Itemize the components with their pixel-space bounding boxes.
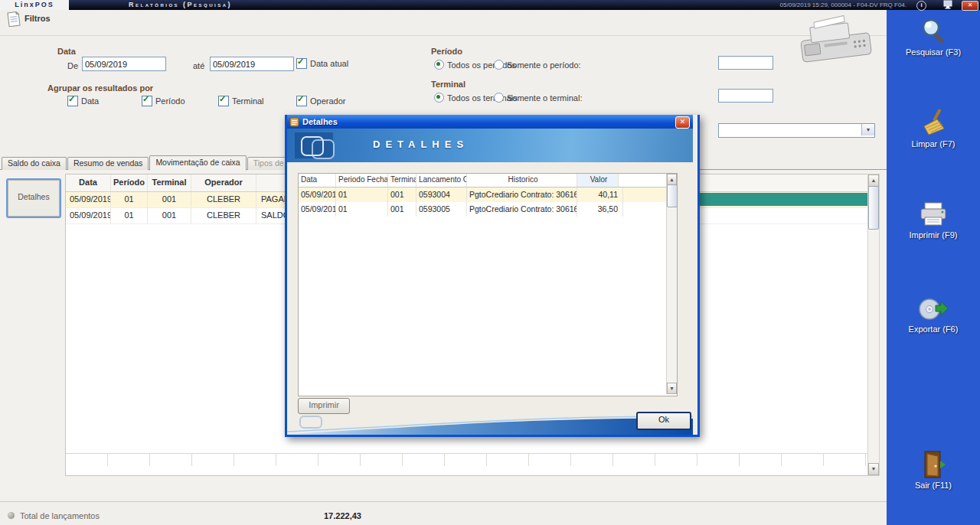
column-header[interactable]: Data xyxy=(299,174,336,187)
desktop-icon-exportar[interactable]: Exportar (F6) xyxy=(887,295,980,334)
row-highlight-strip xyxy=(696,193,868,206)
filters-header: Filtros xyxy=(24,14,51,23)
checkbox-agrupar-operador[interactable]: ✓ Operador xyxy=(296,96,345,106)
ok-button[interactable]: Ok xyxy=(636,412,691,430)
dialog-titlebar[interactable]: Detalhes ✕ xyxy=(287,115,693,129)
radio-label: Somente o terminal: xyxy=(507,93,582,103)
main-table-scrollbar[interactable]: ▲ ▼ xyxy=(867,174,880,476)
table-row[interactable]: 05/09/2019 01 001 0593004 PgtoCrediario … xyxy=(299,188,677,202)
cell-terminal: 001 xyxy=(388,202,416,217)
column-header[interactable]: Data xyxy=(66,174,111,191)
total-lancamentos-label: Total de lançamentos xyxy=(20,511,100,520)
info-icon[interactable]: i xyxy=(916,1,926,11)
scroll-down-icon[interactable]: ▼ xyxy=(667,383,677,394)
checkbox-agrupar-periodo[interactable]: ✓ Período xyxy=(142,96,185,106)
titlebar-status-text: 05/09/2019 15:29, 000004 - F04-DV FRQ F0… xyxy=(780,0,906,10)
tab-resumo-de-vendas[interactable]: Resumo de vendas xyxy=(67,157,149,170)
cell-data: 05/09/2019 xyxy=(66,208,111,223)
checkbox-agrupar-data[interactable]: ✓ Data xyxy=(67,96,99,106)
scroll-up-icon[interactable]: ▲ xyxy=(868,174,879,187)
column-header[interactable]: ↔Valor xyxy=(577,174,619,187)
periodo-section-label: Período xyxy=(431,47,462,56)
detalhes-table-scrollbar[interactable]: ▲ ▼ xyxy=(666,174,677,394)
ate-label: até xyxy=(193,61,204,70)
filter-combobox[interactable]: ▼ xyxy=(718,123,875,138)
desktop-icon-imprimir[interactable]: Imprimir (F9) xyxy=(887,201,980,240)
desktop-icon-sair[interactable]: Sair (F11) xyxy=(887,450,980,490)
cell-lancamento-caixa: 0593004 xyxy=(416,188,467,202)
checkbox-icon: ✓ xyxy=(296,58,307,69)
periodo-value-input[interactable] xyxy=(718,56,773,70)
checkbox-icon: ✓ xyxy=(218,96,229,106)
column-header[interactable]: Terminal xyxy=(388,174,416,187)
dialog-icon xyxy=(289,117,299,127)
fax-machine-image xyxy=(789,12,882,69)
date-from-input[interactable] xyxy=(82,57,166,71)
radio-somente-terminal[interactable]: Somente o terminal: xyxy=(494,93,582,103)
tab-movimentacao-de-caixa[interactable]: Movimentação de caixa xyxy=(149,155,246,171)
detalhes-table: Data Periodo Fechamento Terminal Lancame… xyxy=(298,173,678,396)
cell-data: 05/09/2019 xyxy=(299,202,336,217)
date-to-input[interactable] xyxy=(210,57,294,71)
desktop-icon-limpar[interactable]: Limpar (F7) xyxy=(887,109,980,148)
printer-icon xyxy=(917,201,949,229)
checkbox-icon: ✓ xyxy=(142,96,152,106)
cell-operador: CLEBER xyxy=(191,208,256,223)
table-footer-grid xyxy=(66,453,868,466)
imprimir-button[interactable]: Imprimir xyxy=(298,398,350,414)
column-header[interactable]: Período xyxy=(111,174,148,191)
detalhes-button[interactable]: Detalhes xyxy=(6,178,61,218)
checkbox-label: Período xyxy=(155,96,185,106)
banner-deco-icon xyxy=(299,416,322,429)
statusbar: Total de lançamentos 17.222,43 xyxy=(0,501,887,525)
terminal-value-input[interactable] xyxy=(718,89,773,103)
cell-historico: PgtoCrediario Contrato: 306166/1 R$ 40.1… xyxy=(467,188,577,202)
close-icon[interactable]: ✕ xyxy=(962,1,978,11)
scrollbar-thumb[interactable] xyxy=(868,186,879,230)
checkbox-agrupar-terminal[interactable]: ✓ Terminal xyxy=(218,96,264,106)
column-header[interactable]: Lancamento Caixa xyxy=(416,174,467,187)
radio-icon xyxy=(434,93,444,103)
desktop-icon-label: Exportar (F6) xyxy=(887,324,980,334)
column-header[interactable]: Operador xyxy=(191,174,256,191)
checkbox-label: Terminal xyxy=(232,96,264,106)
cell-terminal: 001 xyxy=(388,188,416,202)
cell-data: 05/09/2019 xyxy=(299,188,336,202)
app-titlebar: LinxPOS Relatórios (Pesquisa) 05/09/2019… xyxy=(0,0,980,10)
cell-operador: CLEBER xyxy=(191,192,256,207)
dialog-title: Detalhes xyxy=(302,117,338,126)
column-header[interactable]: Terminal xyxy=(148,174,191,191)
scroll-down-icon[interactable]: ▼ xyxy=(868,463,879,475)
agrupar-section-label: Agrupar os resultados por xyxy=(47,83,153,93)
cell-terminal: 001 xyxy=(148,208,191,223)
filters-icon xyxy=(7,11,21,27)
column-header[interactable]: Historico xyxy=(467,174,577,187)
terminal-section-label: Terminal xyxy=(431,80,466,89)
app-title: Relatórios (Pesquisa) xyxy=(129,0,232,10)
tab-saldo-do-caixa[interactable]: Saldo do caixa xyxy=(2,157,67,170)
magnifier-icon xyxy=(918,17,949,46)
detalhes-dialog: Detalhes ✕ DETALHES Data Periodo Fechame… xyxy=(285,115,700,437)
cell-data: 05/09/2019 xyxy=(66,192,111,207)
table-row[interactable]: 05/09/2019 01 001 0593005 PgtoCrediario … xyxy=(299,202,677,217)
column-resize-icon: ↔ xyxy=(577,174,578,187)
cell-periodo-fechamento: 01 xyxy=(336,188,388,202)
data-section-label: Data xyxy=(57,47,76,56)
computer-icon[interactable] xyxy=(943,0,954,9)
chevron-down-icon[interactable]: ▼ xyxy=(861,124,874,135)
bullet-icon xyxy=(8,512,15,519)
cell-historico: PgtoCrediario Contrato: 306167/1 R$ 36.5… xyxy=(467,202,577,217)
cell-periodo: 01 xyxy=(111,208,148,223)
column-header[interactable]: Periodo Fechamento xyxy=(336,174,388,187)
cell-terminal: 001 xyxy=(148,192,191,207)
radio-somente-periodo[interactable]: Somente o período: xyxy=(494,60,581,70)
scrollbar-thumb[interactable] xyxy=(667,184,678,207)
scroll-up-icon[interactable]: ▲ xyxy=(667,174,677,185)
desktop-icon-pesquisar[interactable]: Pesquisar (F3) xyxy=(887,17,980,57)
cell-periodo-fechamento: 01 xyxy=(336,202,388,217)
broom-icon xyxy=(919,109,948,138)
desktop-background: Pesquisar (F3) Limpar (F7) Imprimir (F9)… xyxy=(887,0,980,525)
checkbox-data-atual[interactable]: ✓ Data atual xyxy=(296,58,348,69)
desktop-icon-label: Limpar (F7) xyxy=(887,139,980,148)
dialog-close-icon[interactable]: ✕ xyxy=(675,116,690,129)
